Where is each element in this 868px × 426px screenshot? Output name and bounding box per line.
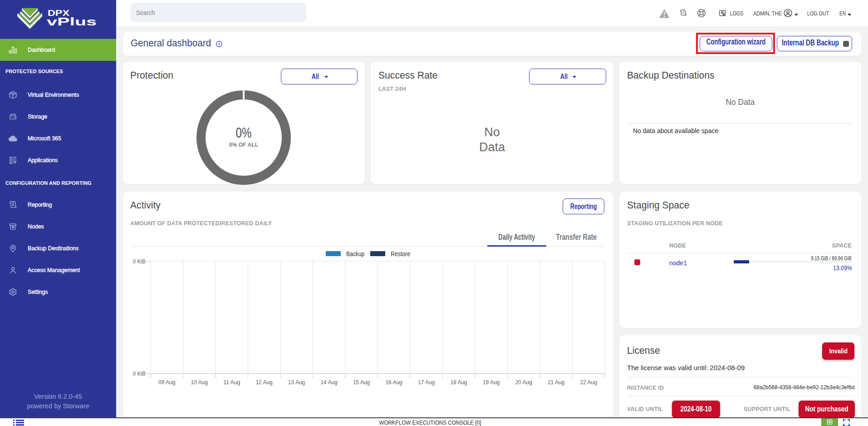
- svg-text:0 KiB: 0 KiB: [133, 258, 146, 265]
- svg-text:09 Aug: 09 Aug: [158, 379, 175, 386]
- svg-text:19 Aug: 19 Aug: [483, 379, 500, 386]
- svg-text:?: ?: [218, 42, 221, 47]
- svg-text:0 KiB: 0 KiB: [133, 370, 146, 377]
- svg-text:13 Aug: 13 Aug: [288, 379, 305, 386]
- svg-text:14 Aug: 14 Aug: [320, 379, 337, 386]
- svg-text:10 Aug: 10 Aug: [191, 379, 208, 386]
- svg-text:20 Aug: 20 Aug: [515, 379, 532, 386]
- svg-text:0% OF ALL: 0% OF ALL: [229, 141, 259, 148]
- svg-text:22 Aug: 22 Aug: [580, 379, 597, 386]
- svg-text:12 Aug: 12 Aug: [255, 379, 272, 386]
- svg-text:vPlus: vPlus: [47, 15, 97, 28]
- svg-text:17 Aug: 17 Aug: [418, 379, 435, 386]
- svg-text:16 Aug: 16 Aug: [385, 379, 402, 386]
- svg-text:21 Aug: 21 Aug: [548, 379, 564, 386]
- svg-text:18 Aug: 18 Aug: [450, 379, 467, 386]
- svg-text:0%: 0%: [236, 125, 252, 141]
- svg-text:11 Aug: 11 Aug: [223, 379, 240, 386]
- svg-text:15 Aug: 15 Aug: [353, 379, 370, 386]
